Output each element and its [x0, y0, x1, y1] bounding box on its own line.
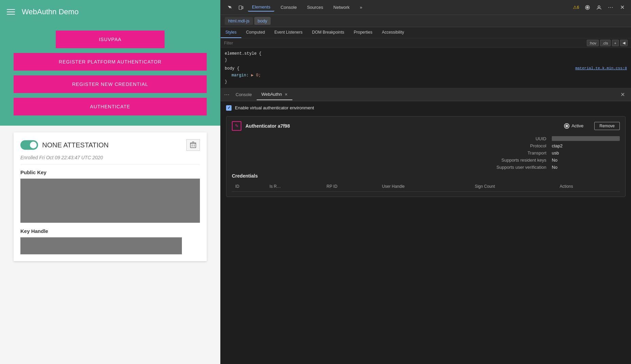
styles-content: element.style { } body { margin: ▶ 0; } … — [221, 48, 631, 88]
authenticator-name: Authenticator a7f98 — [245, 123, 560, 129]
active-radio[interactable] — [564, 123, 569, 129]
protocol-value: ctap2 — [552, 143, 620, 148]
credentials-table: ID Is R… RP ID User Handle Sign Count Ac… — [232, 181, 620, 192]
resident-keys-label: Supports resident keys — [245, 158, 546, 163]
hov-filter-button[interactable]: :hov — [587, 40, 599, 46]
sources-tab[interactable]: Sources — [303, 3, 327, 11]
user-verification-value: No — [552, 165, 620, 170]
styles-filter-row: :hov .cls + ◀ — [221, 38, 631, 48]
trash-icon — [190, 142, 196, 148]
toggle-container: NONE ATTESTATION — [20, 140, 109, 150]
svg-rect-5 — [239, 6, 242, 10]
enrolled-date: Enrolled Fri Oct 09 22:43:47 UTC 2020 — [20, 155, 200, 165]
credentials-heading: Credentials — [232, 173, 620, 179]
left-panel: WebAuthn Demo ISUVPAA REGISTER PLATFORM … — [0, 0, 220, 364]
add-rule-button[interactable]: + — [612, 40, 619, 46]
css-closing-brace-1: } — [225, 58, 227, 62]
key-handle-box — [20, 237, 182, 254]
table-header-row: ID Is R… RP ID User Handle Sign Count Ac… — [232, 181, 620, 192]
css-source-link[interactable]: material.te…k.min.css:8 — [575, 66, 627, 72]
svg-point-8 — [598, 6, 600, 8]
register-new-credential-button[interactable]: REGISTER NEW CREDENTIAL — [14, 75, 207, 93]
enable-checkbox[interactable]: ✓ — [226, 105, 232, 111]
col-is-r: Is R… — [266, 181, 323, 192]
device-icon[interactable] — [236, 3, 246, 12]
elements-subtabs: html.mdl-js body — [221, 15, 631, 27]
styles-tabs: Styles Computed Event Listeners DOM Brea… — [221, 27, 631, 38]
styles-tab[interactable]: Styles — [221, 27, 241, 38]
close-bottom-panel[interactable]: ✕ — [618, 91, 628, 98]
bottom-tabs: ⋯ Console WebAuthn ✕ ✕ — [221, 88, 631, 101]
col-user-handle: User Handle — [379, 181, 472, 192]
webauthn-tab[interactable]: WebAuthn ✕ — [257, 89, 292, 100]
accessibility-tab[interactable]: Accessibility — [377, 27, 409, 38]
svg-rect-0 — [190, 143, 196, 148]
key-handle-label: Key Handle — [20, 228, 200, 234]
html-tag[interactable]: html.mdl-js — [225, 17, 253, 25]
devtools-toolbar: Elements Console Sources Network » ⚠ 6 ⋯… — [221, 0, 631, 15]
css-selector-1: element.style { — [225, 51, 261, 56]
event-listeners-tab[interactable]: Event Listeners — [270, 27, 307, 38]
remove-authenticator-button[interactable]: Remove — [594, 122, 620, 130]
app-title: WebAuthn Demo — [22, 7, 79, 16]
more-options-icon[interactable]: ⋯ — [606, 3, 615, 12]
app-header: WebAuthn Demo — [0, 0, 220, 24]
css-prop-margin: margin: ▶ 0; — [232, 73, 261, 78]
public-key-box — [20, 179, 200, 223]
warning-icon[interactable]: ⚠ 6 — [571, 3, 581, 12]
filter-controls: :hov .cls + ◀ — [587, 40, 628, 46]
elements-tab[interactable]: Elements — [248, 3, 274, 12]
properties-tab[interactable]: Properties — [349, 27, 377, 38]
devtools-panel: Elements Console Sources Network » ⚠ 6 ⋯… — [220, 0, 631, 364]
col-actions: Actions — [556, 181, 620, 192]
active-label: Active — [572, 123, 583, 128]
transport-value: usb — [552, 150, 620, 156]
settings-icon[interactable] — [583, 3, 592, 12]
attestation-toggle[interactable] — [20, 140, 38, 150]
authenticate-button[interactable]: AUTHENTICATE — [14, 98, 207, 115]
enable-row: ✓ Enable virtual authenticator environme… — [226, 105, 626, 111]
styles-filter-input[interactable] — [224, 41, 584, 46]
auth-header: ✎ Authenticator a7f98 Active Remove — [232, 121, 620, 131]
delete-credential-button[interactable] — [186, 139, 200, 151]
credentials-section: Credentials ID Is R… RP ID User Handle S… — [232, 173, 620, 192]
isuvpaa-button[interactable]: ISUVPAA — [56, 31, 165, 48]
svg-point-7 — [587, 7, 588, 8]
css-closing-brace-2: } — [225, 79, 227, 84]
uuid-label: UUID — [245, 136, 546, 141]
col-sign-count: Sign Count — [471, 181, 556, 192]
computed-tab[interactable]: Computed — [241, 27, 270, 38]
network-tab[interactable]: Network — [329, 3, 354, 11]
register-platform-button[interactable]: REGISTER PLATFORM AUTHENTICATOR — [14, 53, 207, 71]
protocol-label: Protocol — [245, 143, 546, 148]
cls-filter-button[interactable]: .cls — [600, 40, 611, 46]
edit-authenticator-button[interactable]: ✎ — [232, 121, 241, 131]
attestation-name: NONE ATTESTATION — [42, 141, 109, 149]
pointer-icon[interactable] — [225, 3, 234, 12]
menu-icon[interactable] — [7, 9, 15, 15]
more-panel-icon[interactable]: ⋯ — [224, 91, 229, 98]
webauthn-tab-close[interactable]: ✕ — [285, 92, 288, 96]
close-devtools-icon[interactable]: ✕ — [617, 3, 627, 12]
uuid-value-bar — [552, 136, 620, 141]
toggle-layout-button[interactable]: ◀ — [620, 40, 628, 46]
css-selector-2: body { — [225, 66, 239, 71]
authenticator-props: UUID Protocol ctap2 Transport usb Suppor… — [232, 136, 620, 170]
transport-label: Transport — [245, 150, 546, 156]
authenticator-section: ✎ Authenticator a7f98 Active Remove UUID… — [226, 116, 626, 197]
bottom-panel: ⋯ Console WebAuthn ✕ ✕ ✓ Enable virtual … — [221, 88, 631, 364]
console-tab[interactable]: Console — [276, 3, 301, 11]
warnings-count: 6 — [577, 5, 579, 10]
profile-icon[interactable] — [594, 3, 604, 12]
dom-breakpoints-tab[interactable]: DOM Breakpoints — [307, 27, 349, 38]
user-verification-label: Supports user verification — [245, 165, 546, 170]
console-bottom-tab[interactable]: Console — [231, 89, 257, 100]
enable-label: Enable virtual authenticator environment — [235, 105, 314, 110]
col-rp-id: RP ID — [323, 181, 379, 192]
credential-card: NONE ATTESTATION Enrolled Fri Oct 09 22:… — [14, 132, 207, 261]
button-area: ISUVPAA REGISTER PLATFORM AUTHENTICATOR … — [0, 24, 220, 126]
more-tabs[interactable]: » — [356, 3, 366, 11]
styles-panel: Styles Computed Event Listeners DOM Brea… — [221, 27, 631, 88]
body-tag[interactable]: body — [254, 17, 271, 25]
active-radio-group: Active — [564, 123, 583, 129]
